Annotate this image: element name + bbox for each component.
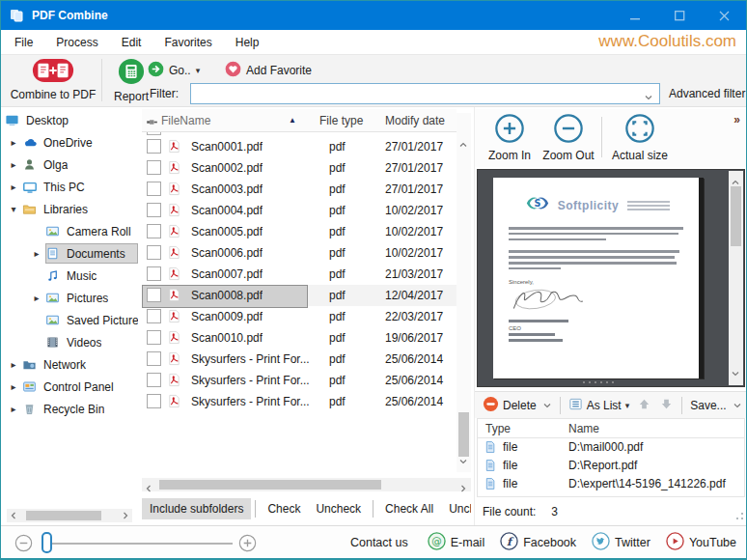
row-checkbox[interactable] bbox=[147, 266, 161, 281]
file-row[interactable]: Scan0009.pdf pdf 22/03/2017 bbox=[142, 306, 456, 327]
twitter-link[interactable]: Twitter bbox=[592, 532, 650, 553]
tree-item-onedrive[interactable]: ▸OneDrive bbox=[5, 131, 138, 154]
zoom-slider-plus-button[interactable] bbox=[238, 534, 257, 556]
filter-dropdown-icon[interactable] bbox=[644, 89, 653, 106]
file-row[interactable]: Skysurfers - Print For... pdf 25/06/2014 bbox=[142, 391, 456, 412]
file-row[interactable]: Scan0010.pdf pdf 19/06/2017 bbox=[142, 327, 456, 349]
collapsed-arrow-icon[interactable]: ▸ bbox=[5, 137, 22, 148]
row-checkbox[interactable] bbox=[147, 394, 161, 408]
scroll-left-icon[interactable] bbox=[7, 511, 20, 520]
file-row[interactable]: Scan0007.pdf pdf 21/03/2017 bbox=[142, 264, 456, 285]
splitter-grip[interactable] bbox=[582, 371, 615, 388]
save-button[interactable]: Save... bbox=[690, 399, 741, 412]
file-list-hscrollbar-thumb[interactable] bbox=[159, 480, 381, 490]
check-all-button[interactable]: Check All bbox=[377, 498, 441, 519]
tree-item-libraries[interactable]: ▾Libraries bbox=[5, 198, 138, 220]
scroll-right-icon[interactable] bbox=[119, 511, 132, 520]
go-button[interactable]: Go.. ▾ bbox=[148, 61, 200, 80]
file-row[interactable]: Scan0001.pdf pdf 27/01/2017 bbox=[142, 136, 456, 157]
preview-vertical-scrollbar[interactable] bbox=[729, 171, 743, 385]
output-row[interactable]: file D:\mail000.pdf bbox=[478, 438, 744, 457]
row-checkbox[interactable] bbox=[147, 309, 161, 323]
row-checkbox[interactable] bbox=[147, 224, 161, 238]
column-header-name[interactable]: Name bbox=[568, 422, 599, 435]
email-link[interactable]: @E-mail bbox=[428, 532, 484, 553]
collapsed-arrow-icon[interactable]: ▸ bbox=[5, 359, 22, 370]
menu-file[interactable]: File bbox=[14, 36, 33, 49]
tree-item-saved-pictures[interactable]: Saved Pictures bbox=[5, 309, 138, 331]
tree-item-network[interactable]: ▸Network bbox=[5, 353, 138, 376]
uncheck-all-button[interactable]: Uncheck All bbox=[441, 498, 471, 519]
minimize-button[interactable] bbox=[613, 1, 657, 30]
column-header-filename[interactable]: FileName bbox=[161, 114, 210, 127]
pin-icon[interactable] bbox=[146, 115, 158, 132]
tree-item-pictures[interactable]: ▸Pictures bbox=[5, 287, 138, 309]
row-checkbox[interactable] bbox=[147, 351, 161, 366]
collapsed-arrow-icon[interactable]: ▸ bbox=[28, 248, 45, 259]
row-checkbox[interactable] bbox=[147, 182, 161, 196]
file-row[interactable]: Scan0003.pdf pdf 27/01/2017 bbox=[142, 179, 456, 200]
actual-size-button[interactable]: Actual size bbox=[608, 113, 672, 162]
file-list-vertical-scrollbar[interactable] bbox=[456, 113, 471, 472]
row-checkbox[interactable] bbox=[147, 245, 161, 260]
row-checkbox[interactable] bbox=[147, 160, 161, 175]
filter-input[interactable] bbox=[190, 83, 660, 104]
toolbar-overflow-icon[interactable]: » bbox=[733, 113, 740, 126]
menu-edit[interactable]: Edit bbox=[122, 36, 142, 49]
preview-scrollbar-thumb[interactable] bbox=[731, 186, 741, 246]
row-checkbox[interactable] bbox=[147, 203, 161, 217]
column-header-filetype[interactable]: File type bbox=[319, 114, 363, 127]
tree-item-control-panel[interactable]: ▸Control Panel bbox=[5, 376, 138, 398]
output-row[interactable]: file D:\expert\14-5196_141226.pdf bbox=[478, 475, 744, 493]
tree-item-camera-roll[interactable]: Camera Roll bbox=[5, 220, 138, 242]
combine-to-pdf-button[interactable]: Combine to PDF bbox=[7, 58, 99, 101]
collapsed-arrow-icon[interactable]: ▸ bbox=[5, 404, 22, 414]
file-row[interactable]: Scan0008.pdf pdf 12/04/2017 bbox=[142, 285, 456, 306]
tree-item-documents[interactable]: ▸Documents bbox=[5, 242, 138, 265]
file-row[interactable]: Scan0006.pdf pdf 10/02/2017 bbox=[142, 242, 456, 264]
row-checkbox[interactable] bbox=[147, 288, 161, 302]
expanded-arrow-icon[interactable]: ▾ bbox=[5, 204, 22, 214]
zoom-in-button[interactable]: Zoom In bbox=[483, 113, 537, 162]
as-list-button[interactable]: As List ▾ bbox=[568, 397, 630, 414]
add-favorite-button[interactable]: Add Favorite bbox=[225, 61, 312, 80]
collapsed-arrow-icon[interactable]: ▸ bbox=[5, 159, 22, 170]
tree-horizontal-scrollbar[interactable] bbox=[7, 509, 132, 522]
collapsed-arrow-icon[interactable]: ▸ bbox=[5, 182, 22, 192]
check-button[interactable]: Check bbox=[260, 498, 308, 519]
file-row[interactable]: Scan0002.pdf pdf 27/01/2017 bbox=[142, 157, 456, 179]
tree-item-music[interactable]: Music bbox=[5, 265, 138, 287]
scroll-down-icon[interactable] bbox=[731, 365, 740, 382]
youtube-link[interactable]: YouTube bbox=[666, 532, 736, 553]
close-button[interactable] bbox=[702, 1, 746, 30]
file-row[interactable]: Skysurfers - Print For... pdf 25/06/2014 bbox=[142, 370, 456, 391]
menu-process[interactable]: Process bbox=[56, 36, 97, 49]
include-subfolders-button[interactable]: Include subfolders bbox=[142, 498, 251, 519]
column-header-modifydate[interactable]: Modify date bbox=[385, 114, 445, 127]
file-list-scrollbar-thumb[interactable] bbox=[458, 412, 469, 457]
file-row[interactable]: Scan0005.pdf pdf 10/02/2017 bbox=[142, 221, 456, 242]
coolutils-link[interactable]: www.Coolutils.com bbox=[598, 32, 736, 51]
uncheck-button[interactable]: Uncheck bbox=[308, 498, 369, 519]
file-row[interactable]: Scan0004.pdf pdf 10/02/2017 bbox=[142, 200, 456, 221]
file-list-horizontal-scrollbar[interactable] bbox=[142, 478, 471, 491]
tree-item-olga[interactable]: ▸Olga bbox=[5, 154, 138, 176]
output-row[interactable]: file D:\Report.pdf bbox=[478, 457, 744, 475]
tree-item-videos[interactable]: Videos bbox=[5, 331, 138, 353]
collapsed-arrow-icon[interactable]: ▸ bbox=[5, 381, 22, 392]
zoom-slider-minus-button[interactable] bbox=[14, 534, 33, 556]
tree-item-this-pc[interactable]: ▸This PC bbox=[5, 176, 138, 198]
tree-item-recycle-bin[interactable]: ▸Recycle Bin bbox=[5, 398, 138, 420]
scroll-up-icon[interactable] bbox=[458, 136, 468, 154]
tree-item-desktop[interactable]: Desktop bbox=[5, 109, 138, 131]
move-down-button[interactable] bbox=[659, 397, 674, 414]
scroll-down-icon[interactable] bbox=[458, 453, 468, 470]
row-checkbox[interactable] bbox=[147, 330, 161, 345]
move-up-button[interactable] bbox=[637, 397, 651, 414]
facebook-link[interactable]: fFacebook bbox=[500, 532, 576, 553]
row-checkbox[interactable] bbox=[147, 373, 161, 387]
tree-scrollbar-thumb[interactable] bbox=[26, 511, 101, 520]
delete-button[interactable]: Delete bbox=[483, 396, 552, 415]
menu-favorites[interactable]: Favorites bbox=[164, 36, 211, 49]
menu-help[interactable]: Help bbox=[235, 36, 260, 49]
